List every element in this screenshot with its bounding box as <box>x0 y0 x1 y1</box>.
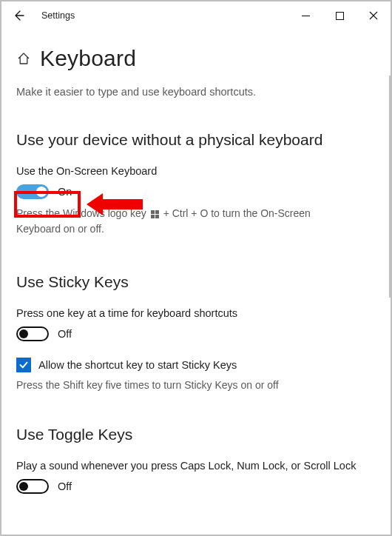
check-icon <box>18 360 29 370</box>
sticky-toggle[interactable] <box>16 326 49 341</box>
sticky-shortcut-checkbox[interactable] <box>16 358 31 372</box>
page-header: Keyboard <box>16 46 376 71</box>
section-heading-togglekeys: Use Toggle Keys <box>16 426 376 443</box>
back-button[interactable] <box>6 3 31 28</box>
svg-rect-5 <box>155 210 159 214</box>
section-heading-sticky: Use Sticky Keys <box>16 273 376 291</box>
maximize-icon <box>336 12 344 20</box>
sticky-shortcut-label: Allow the shortcut key to start Sticky K… <box>38 359 237 371</box>
sticky-helper-text: Press the Shift key five times to turn S… <box>16 378 356 392</box>
svg-rect-4 <box>151 210 155 214</box>
minimize-icon <box>302 12 310 20</box>
scrollbar-thumb[interactable] <box>389 76 391 298</box>
home-icon[interactable] <box>16 51 31 66</box>
svg-rect-6 <box>151 215 155 218</box>
osk-label: Use the On-Screen Keyboard <box>16 165 376 177</box>
section-heading-physical: Use your device without a physical keybo… <box>16 131 376 149</box>
togglekeys-label: Play a sound whenever you press Caps Loc… <box>16 460 376 472</box>
osk-helper-text: Press the Windows logo key + Ctrl + O to… <box>16 207 356 236</box>
sticky-toggle-state: Off <box>58 328 72 340</box>
togglekeys-toggle-state: Off <box>58 480 72 492</box>
osk-toggle-state: On <box>58 186 72 198</box>
title-bar: Settings <box>1 1 391 30</box>
content-area: Keyboard Make it easier to type and use … <box>1 30 391 536</box>
windows-logo-icon <box>151 208 159 222</box>
togglekeys-toggle-row: Off <box>16 479 376 494</box>
svg-rect-1 <box>336 12 343 19</box>
window-title: Settings <box>31 10 75 21</box>
osk-toggle-row: On <box>16 184 376 199</box>
page-subtitle: Make it easier to type and use keyboard … <box>16 86 376 98</box>
osk-toggle[interactable] <box>16 184 49 199</box>
svg-rect-7 <box>155 215 159 218</box>
close-icon <box>369 11 378 20</box>
sticky-toggle-label: Press one key at a time for keyboard sho… <box>16 307 376 319</box>
close-button[interactable] <box>356 3 391 28</box>
togglekeys-toggle[interactable] <box>16 479 49 494</box>
sticky-toggle-row: Off <box>16 326 376 341</box>
minimize-button[interactable] <box>288 3 322 28</box>
back-arrow-icon <box>12 9 25 22</box>
maximize-button[interactable] <box>322 3 356 28</box>
sticky-shortcut-row: Allow the shortcut key to start Sticky K… <box>16 358 376 372</box>
page-title: Keyboard <box>40 46 136 71</box>
